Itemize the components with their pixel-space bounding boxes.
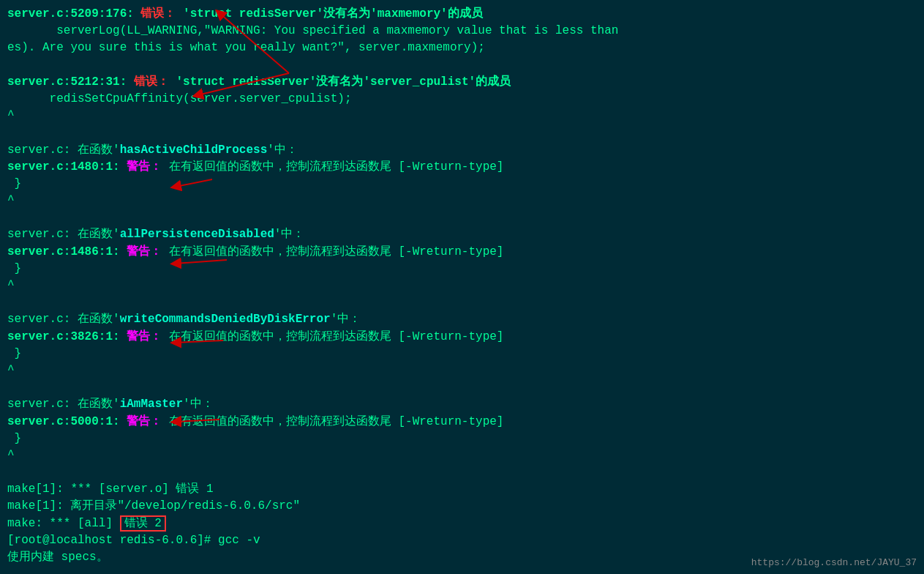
line-32: [root@localhost redis-6.0.6]# gcc -v <box>7 532 917 549</box>
terminal: server.c:5209:176: 错误： 'struct redisServ… <box>0 0 924 574</box>
line20-prefix: server.c:3826:1: <box>7 330 127 343</box>
line20-msg: 在有返回值的函数中，控制流程到达函数尾 [-Wreturn-type] <box>162 330 503 343</box>
line19-b: '中： <box>331 313 361 326</box>
line-14: server.c: 在函数'allPersistenceDisabled'中： <box>7 226 917 243</box>
line14-b: '中： <box>274 228 305 241</box>
line-2: serverLog(LL_WARNING,"WARNING: You speci… <box>7 23 917 40</box>
line5-error: 错误： <box>134 75 169 89</box>
line19-a: server.c: 在函数' <box>7 313 120 326</box>
line9-b: '中： <box>267 144 298 157</box>
line-24: server.c: 在函数'iAmMaster'中： <box>7 396 917 413</box>
line-3: es). Are you sure this is what you reall… <box>7 40 917 56</box>
caret-5: ^ <box>7 447 917 464</box>
line-11: } <box>7 176 917 193</box>
line25-prefix: server.c:5000:1: <box>7 415 127 428</box>
line-empty-4 <box>7 294 917 311</box>
line-empty-5 <box>7 379 917 396</box>
caret-3: ^ <box>7 277 917 294</box>
line25-warning: 警告： <box>127 415 162 428</box>
line-20: server.c:3826:1: 警告： 在有返回值的函数中，控制流程到达函数尾… <box>7 329 917 346</box>
line1-error: 错误： <box>140 7 176 20</box>
line5-msg: 'struct redisServer'没有名为'server_cpulist'… <box>169 75 511 89</box>
line-25: server.c:5000:1: 警告： 在有返回值的函数中，控制流程到达函数尾… <box>7 414 917 430</box>
line15-msg: 在有返回值的函数中，控制流程到达函数尾 [-Wreturn-type] <box>162 245 503 258</box>
line-empty-1 <box>7 57 917 74</box>
line1-msg: 'struct redisServer'没有名为'maxmemory'的成员 <box>176 7 482 20</box>
line10-msg: 在有返回值的函数中，控制流程到达函数尾 [-Wreturn-type] <box>162 160 503 174</box>
line-9: server.c: 在函数'hasActiveChildProcess'中： <box>7 142 917 159</box>
line14-a: server.c: 在函数' <box>7 228 120 241</box>
line-29: make[1]: *** [server.o] 错误 1 <box>7 481 917 498</box>
line5-prefix: server.c:5212:31: <box>7 75 134 89</box>
line20-warning: 警告： <box>127 330 162 343</box>
line31-a: make: *** [all] <box>7 517 120 530</box>
line24-b: '中： <box>183 398 214 411</box>
line9-a: server.c: 在函数' <box>7 144 120 157</box>
line31-error-box: 错误 2 <box>120 515 166 532</box>
line24-a: server.c: 在函数' <box>7 398 120 411</box>
line-5: server.c:5212:31: 错误： 'struct redisServe… <box>7 74 917 91</box>
line9-func: hasActiveChildProcess <box>120 144 268 157</box>
caret-1: ^ <box>7 108 917 124</box>
line-19: server.c: 在函数'writeCommandsDeniedByDiskE… <box>7 311 917 328</box>
line-30: make[1]: 离开目录"/develop/redis-6.0.6/src" <box>7 498 917 515</box>
line-1: server.c:5209:176: 错误： 'struct redisServ… <box>7 6 917 23</box>
line14-func: allPersistenceDisabled <box>120 228 274 241</box>
line10-warning: 警告： <box>127 160 162 174</box>
line1-prefix: server.c:5209:176: <box>7 7 140 20</box>
line-15: server.c:1486:1: 警告： 在有返回值的函数中，控制流程到达函数尾… <box>7 244 917 261</box>
line-21: } <box>7 346 917 362</box>
line-31: make: *** [all] 错误 2 <box>7 515 917 532</box>
url-label: https://blog.csdn.net/JAYU_37 <box>751 557 917 568</box>
line-6: redisSetCpuAffinity(server.server_cpulis… <box>7 91 917 108</box>
line24-func: iAmMaster <box>120 398 183 411</box>
line-empty-6 <box>7 464 917 481</box>
line19-func: writeCommandsDeniedByDiskError <box>120 313 331 326</box>
caret-2: ^ <box>7 193 917 209</box>
line-empty-3 <box>7 209 917 226</box>
line15-warning: 警告： <box>127 245 162 258</box>
line10-prefix: server.c:1480:1: <box>7 160 127 174</box>
line-26: } <box>7 430 917 447</box>
line15-prefix: server.c:1486:1: <box>7 245 127 258</box>
line25-msg: 在有返回值的函数中，控制流程到达函数尾 [-Wreturn-type] <box>162 415 503 428</box>
line-empty-2 <box>7 124 917 141</box>
line-16: } <box>7 261 917 277</box>
line-10: server.c:1480:1: 警告： 在有返回值的函数中，控制流程到达函数尾… <box>7 159 917 176</box>
caret-4: ^ <box>7 362 917 379</box>
